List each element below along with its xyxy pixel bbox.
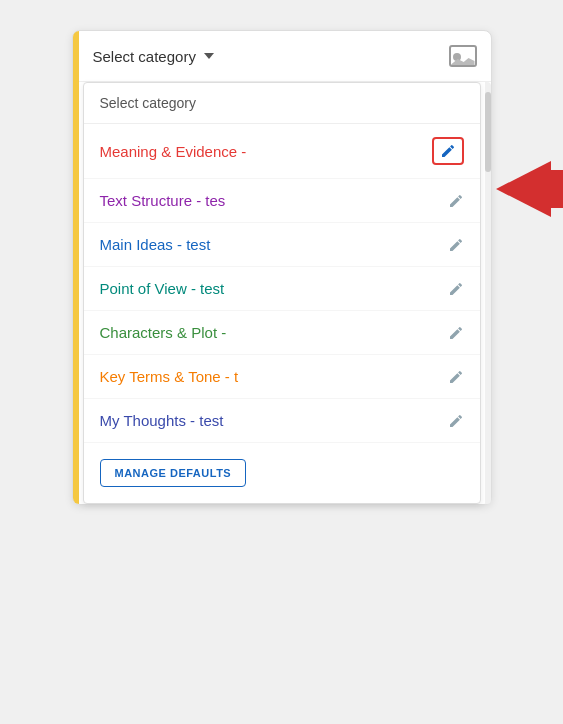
pencil-icon [448, 281, 464, 297]
edit-icon-my-thoughts[interactable] [448, 413, 464, 429]
image-icon[interactable] [449, 45, 477, 67]
arrow-annotation [496, 161, 564, 217]
red-arrow-icon [496, 161, 551, 217]
edit-icon-characters-plot[interactable] [448, 325, 464, 341]
list-item[interactable]: Key Terms & Tone - t [84, 355, 480, 399]
item-label-characters-plot: Characters & Plot - [100, 324, 227, 341]
select-category-label: Select category [93, 48, 196, 65]
edit-icon-key-terms-tone[interactable] [448, 369, 464, 385]
pencil-icon [448, 237, 464, 253]
pencil-icon [448, 193, 464, 209]
item-label-text-structure: Text Structure - tes [100, 192, 226, 209]
edit-icon-active-meaning-evidence[interactable] [432, 137, 464, 165]
category-dropdown: Select category Meaning & Evidence - Tex… [83, 82, 481, 504]
pencil-icon [448, 325, 464, 341]
manage-defaults-button[interactable]: MANAGE DEFAULTS [100, 459, 247, 487]
list-item[interactable]: My Thoughts - test [84, 399, 480, 443]
list-item[interactable]: Characters & Plot - [84, 311, 480, 355]
item-label-point-of-view: Point of View - test [100, 280, 225, 297]
manage-defaults-row: MANAGE DEFAULTS [84, 443, 480, 503]
item-label-key-terms-tone: Key Terms & Tone - t [100, 368, 239, 385]
item-label-main-ideas: Main Ideas - test [100, 236, 211, 253]
edit-icon-point-of-view[interactable] [448, 281, 464, 297]
edit-icon-main-ideas[interactable] [448, 237, 464, 253]
chevron-down-icon [204, 53, 214, 59]
main-panel: Select category Select category Meaning … [72, 30, 492, 505]
item-label-meaning-evidence: Meaning & Evidence - [100, 143, 247, 160]
pencil-icon [448, 369, 464, 385]
dropdown-placeholder: Select category [100, 95, 197, 111]
pencil-icon [440, 143, 456, 159]
list-item[interactable]: Text Structure - tes [84, 179, 480, 223]
item-label-my-thoughts: My Thoughts - test [100, 412, 224, 429]
pencil-icon [448, 413, 464, 429]
select-category-button[interactable]: Select category [93, 48, 214, 65]
list-item[interactable]: Main Ideas - test [84, 223, 480, 267]
scrollbar-thumb[interactable] [485, 92, 491, 172]
list-item[interactable]: Point of View - test [84, 267, 480, 311]
dropdown-wrapper: Select category Meaning & Evidence - Tex… [73, 82, 491, 504]
arrow-body [551, 170, 564, 208]
list-item[interactable]: Meaning & Evidence - [84, 124, 480, 179]
scrollbar-track[interactable] [485, 82, 491, 504]
edit-icon-text-structure[interactable] [448, 193, 464, 209]
header: Select category [73, 31, 491, 82]
dropdown-header: Select category [84, 83, 480, 124]
